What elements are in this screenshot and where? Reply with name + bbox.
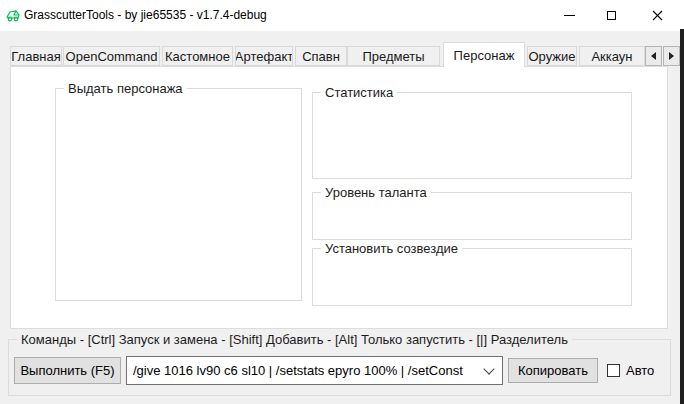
tab-custom[interactable]: Кастомное — [162, 46, 233, 66]
tab-artifact[interactable]: Артефакт — [235, 46, 293, 66]
tab-scroll-right-button[interactable] — [663, 46, 680, 66]
tab-opencommand[interactable]: OpenCommand — [63, 46, 160, 66]
set-constellation-group-title: Установить созвездие — [321, 241, 462, 256]
tab-scroll-left-button[interactable] — [645, 46, 662, 66]
set-constellation-group: Установить созвездие — [312, 248, 632, 306]
maximize-button[interactable] — [592, 0, 630, 31]
title-bar: GrasscutterTools - by jie65535 - v1.7.4-… — [0, 0, 684, 31]
commands-group: Команды - [Ctrl] Запуск и замена - [Shif… — [8, 339, 671, 396]
tab-account[interactable]: Аккаун — [579, 46, 645, 66]
app-icon — [5, 7, 21, 23]
talent-level-group-title: Уровень таланта — [321, 185, 431, 200]
minimize-button[interactable] — [550, 0, 588, 31]
tab-character[interactable]: Персонаж — [443, 42, 525, 67]
tab-scroll-left-icon — [651, 52, 656, 60]
tab-items[interactable]: Предметы — [347, 46, 440, 66]
window-title: GrasscutterTools - by jie65535 - v1.7.4-… — [24, 8, 267, 22]
close-icon — [652, 10, 663, 21]
tab-weapon[interactable]: Оружие — [527, 46, 577, 66]
minimize-icon — [564, 15, 575, 16]
talent-level-group: Уровень таланта — [312, 192, 632, 240]
background-edge — [680, 29, 684, 404]
give-character-group: Выдать персонажа — [55, 88, 302, 301]
commands-group-title: Команды - [Ctrl] Запуск и замена - [Shif… — [17, 332, 572, 347]
statistics-group: Статистика — [312, 92, 632, 179]
tab-spawn[interactable]: Спавн — [295, 46, 347, 66]
tab-scroll-right-icon — [669, 52, 674, 60]
statistics-group-title: Статистика — [321, 85, 397, 100]
maximize-icon — [607, 11, 616, 20]
give-character-group-title: Выдать персонажа — [64, 81, 187, 96]
close-button[interactable] — [638, 0, 676, 31]
app-window: GrasscutterTools - by jie65535 - v1.7.4-… — [0, 0, 684, 404]
tab-main[interactable]: Главная — [10, 46, 62, 66]
